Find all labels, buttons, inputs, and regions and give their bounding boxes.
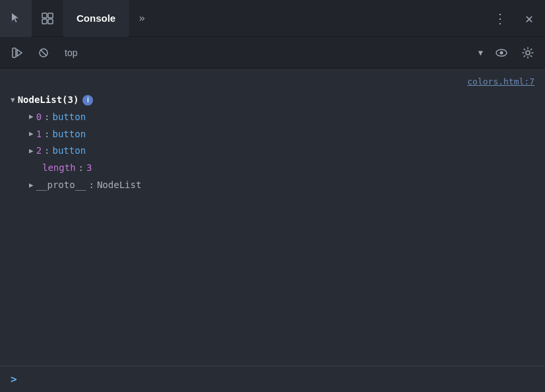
svg-rect-1	[48, 13, 53, 18]
tree-length-row: length : 3	[29, 160, 545, 177]
svg-rect-0	[42, 13, 47, 18]
dots-icon: ⋮	[494, 11, 507, 26]
console-output: colors.html:7 ▼ NodeList(3) i ▶ 0 : butt…	[0, 69, 545, 366]
run-btn[interactable]	[5, 41, 29, 65]
info-badge[interactable]: i	[82, 95, 93, 106]
colon-1: :	[44, 127, 49, 143]
tree-item-2[interactable]: ▶ 2 : button	[29, 143, 545, 160]
close-icon: ✕	[525, 11, 533, 26]
cursor-icon	[9, 12, 22, 25]
index-key-1: 1	[36, 127, 42, 143]
length-value: 3	[86, 160, 92, 176]
colon-0: :	[44, 110, 49, 125]
index-key-2: 2	[36, 143, 42, 159]
prompt-arrow-icon: >	[11, 373, 17, 385]
colon-2: :	[44, 143, 49, 159]
svg-point-9	[500, 51, 503, 54]
tab-console-label: Console	[77, 13, 115, 24]
more-tabs-label: »	[139, 12, 145, 24]
value-button-2: button	[53, 143, 86, 159]
cursor-icon-btn[interactable]	[0, 0, 32, 37]
svg-rect-4	[13, 48, 16, 57]
nodelist-root-row[interactable]: ▼ NodeList(3) i	[11, 92, 545, 109]
inspect-icon-btn[interactable]	[32, 0, 63, 37]
proto-colon: :	[88, 178, 94, 193]
index-key-0: 0	[36, 110, 42, 125]
expand-arrow-proto-icon: ▶	[29, 180, 34, 192]
svg-marker-5	[17, 49, 22, 56]
tree-proto-row[interactable]: ▶ __proto__ : NodeList	[29, 177, 545, 194]
gear-icon	[521, 46, 534, 59]
value-button-0: button	[53, 110, 86, 125]
tree-item-0[interactable]: ▶ 0 : button	[29, 109, 545, 126]
tree-item-1[interactable]: ▶ 1 : button	[29, 126, 545, 143]
inspect-icon	[41, 12, 54, 25]
prompt-input[interactable]	[22, 374, 534, 385]
console-prompt[interactable]: >	[0, 366, 545, 392]
file-link[interactable]: colors.html:7	[467, 77, 534, 86]
svg-line-7	[41, 49, 47, 55]
tab-console[interactable]: Console	[63, 0, 129, 37]
expand-arrow-icon-0: ▶	[29, 111, 34, 123]
svg-rect-2	[42, 19, 47, 24]
proto-key: __proto__	[36, 178, 86, 193]
collapse-arrow-icon: ▼	[11, 94, 15, 107]
length-colon: :	[79, 160, 84, 176]
tree-children: ▶ 0 : button ▶ 1 : button ▶ 2 : butt	[11, 109, 545, 194]
clear-btn[interactable]	[32, 41, 55, 65]
context-selector[interactable]: top ▼	[58, 44, 487, 62]
svg-point-10	[526, 51, 530, 55]
console-bar: top ▼	[0, 37, 545, 69]
block-icon	[38, 48, 49, 58]
context-select-input[interactable]: top	[58, 44, 487, 62]
nodelist-label: NodeList(3)	[18, 92, 79, 108]
close-btn[interactable]: ✕	[513, 0, 545, 37]
length-key: length	[42, 160, 76, 176]
eye-icon	[495, 46, 508, 59]
more-tabs-btn[interactable]: »	[129, 0, 155, 37]
main-area: colors.html:7 ▼ NodeList(3) i ▶ 0 : butt…	[0, 69, 545, 392]
file-link-row: colors.html:7	[0, 74, 545, 92]
expand-arrow-icon-2: ▶	[29, 145, 34, 158]
svg-rect-3	[48, 19, 53, 24]
run-icon	[12, 48, 22, 58]
expand-arrow-icon-1: ▶	[29, 128, 34, 141]
options-menu-btn[interactable]: ⋮	[487, 0, 513, 37]
proto-value: NodeList	[97, 178, 141, 193]
eye-btn[interactable]	[490, 41, 513, 65]
value-button-1: button	[53, 127, 86, 143]
tree-root: ▼ NodeList(3) i ▶ 0 : button ▶ 1 : bu	[0, 92, 545, 194]
settings-btn[interactable]	[516, 41, 540, 65]
main-toolbar: Console » ⋮ ✕	[0, 0, 545, 37]
